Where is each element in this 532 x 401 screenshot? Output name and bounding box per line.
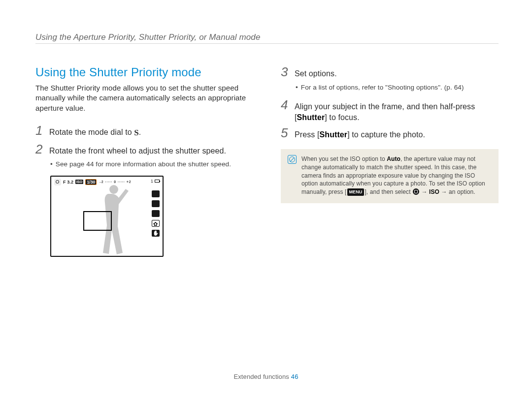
intro-paragraph: The Shutter Priority mode allows you to …	[35, 83, 253, 113]
quality-icon	[54, 179, 61, 185]
step-text: Press [Shutter] to capture the photo.	[295, 126, 425, 140]
section-title: Using the Shutter Priority mode	[35, 65, 253, 79]
stabilizer-icon	[152, 230, 160, 237]
lcd-top-right: 1	[151, 179, 160, 184]
macro-icon	[152, 220, 160, 227]
note-box: When you set the ISO option to Auto, the…	[281, 149, 499, 203]
running-header: Using the Aperture Priority, Shutter Pri…	[35, 32, 499, 44]
step-number: 3	[281, 65, 290, 78]
step-text: Set options.	[295, 65, 337, 79]
battery-icon	[155, 180, 160, 183]
iso-icon: ISO	[75, 180, 83, 184]
focus-rectangle	[83, 211, 112, 231]
step-number: 5	[281, 126, 290, 139]
step-2-sub: See page 44 for more information about t…	[50, 160, 253, 169]
content-columns: Using the Shutter Priority mode The Shut…	[35, 65, 499, 257]
camera-icon-chip	[413, 188, 419, 195]
step-4: 4 Align your subject in the frame, and t…	[281, 98, 499, 123]
step-2: 2 Rotate the front wheel to adjust the s…	[35, 143, 253, 156]
metering-icon	[152, 210, 160, 217]
step-number: 1	[35, 124, 44, 137]
step-text: Rotate the mode dial to S.	[49, 124, 141, 139]
step-number: 4	[281, 98, 290, 111]
note-text: When you set the ISO option to Auto, the…	[301, 155, 492, 196]
menu-button-chip: MENU	[347, 188, 365, 196]
size-icon	[152, 190, 160, 197]
page-footer: Extended functions46	[0, 373, 532, 380]
footer-section: Extended functions	[233, 373, 289, 380]
quality-super-fine-icon	[152, 200, 160, 207]
step-3: 3 Set options.	[281, 65, 499, 79]
camera-screen-illustration: F 3.2 ISO 1/30 -2 ····· 0 ····· +2 1	[50, 176, 164, 257]
aperture-value: F 3.2	[63, 180, 73, 185]
step-3-sub: For a list of options, refer to "Shootin…	[296, 83, 499, 92]
step-1: 1 Rotate the mode dial to S.	[35, 124, 253, 139]
step-text: Rotate the front wheel to adjust the shu…	[49, 143, 226, 156]
step-text: Align your subject in the frame, and the…	[295, 98, 499, 123]
step-number: 2	[35, 143, 44, 155]
page-number: 46	[291, 373, 299, 380]
svg-point-0	[109, 185, 118, 194]
right-column: 3 Set options. For a list of options, re…	[281, 65, 499, 257]
left-column: Using the Shutter Priority mode The Shut…	[35, 65, 253, 257]
lcd-right-icons	[152, 190, 160, 237]
note-icon	[288, 155, 297, 164]
mode-s-icon: S	[134, 128, 139, 137]
shots-remaining: 1	[151, 179, 153, 184]
step-5: 5 Press [Shutter] to capture the photo.	[281, 126, 499, 140]
